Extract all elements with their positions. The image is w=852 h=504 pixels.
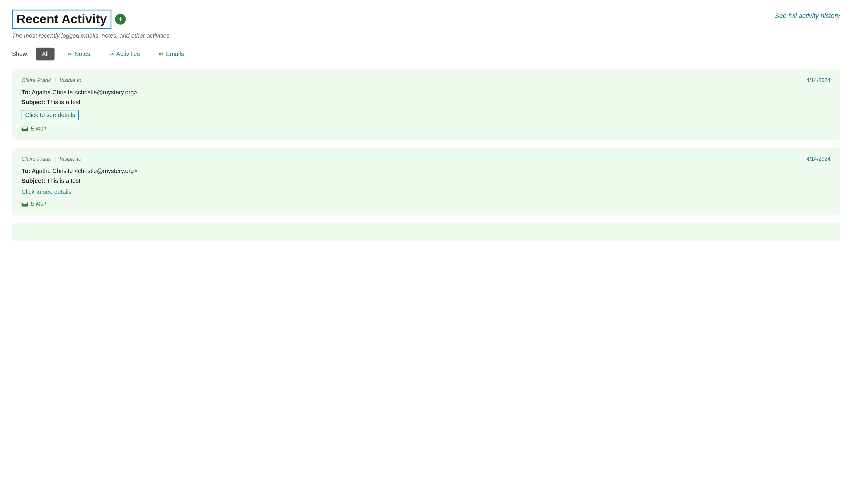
activities-icon: ↪ bbox=[109, 51, 114, 57]
filter-activities-label: Activities bbox=[116, 51, 140, 57]
card-author: Claire Frank bbox=[21, 156, 51, 162]
meta-separator: | bbox=[54, 156, 56, 162]
card-type-label: E-Mail bbox=[31, 126, 46, 132]
add-activity-button[interactable] bbox=[115, 14, 126, 24]
filter-all-label: All bbox=[42, 51, 49, 57]
filter-emails-button[interactable]: ✉ Emails bbox=[153, 48, 190, 60]
card-type-label: E-Mail bbox=[31, 201, 46, 207]
card-subject: Subject: This is a test bbox=[21, 99, 831, 106]
filter-row: Show: All ✏ Notes ↪ Activities ✉ Emails bbox=[12, 48, 840, 60]
partial-activity-card bbox=[12, 223, 840, 241]
click-to-see-details-link[interactable]: Click to see details bbox=[21, 110, 79, 120]
page-header: Recent Activity See full activity histor… bbox=[12, 10, 840, 29]
card-subject: Subject: This is a test bbox=[21, 178, 831, 184]
show-label: Show: bbox=[12, 51, 29, 57]
click-to-see-details-link[interactable]: Click to see details bbox=[21, 188, 72, 195]
card-to: To: Agatha Chrisite <christie@mystery.or… bbox=[21, 89, 831, 96]
emails-icon: ✉ bbox=[159, 51, 163, 57]
filter-activities-button[interactable]: ↪ Activities bbox=[103, 48, 146, 60]
card-author: Claire Frank bbox=[21, 77, 51, 84]
card-visible-to: Visible to bbox=[59, 156, 82, 162]
page-title: Recent Activity bbox=[12, 10, 111, 29]
card-type: E-Mail bbox=[21, 126, 831, 132]
filter-all-button[interactable]: All bbox=[36, 48, 54, 60]
title-area: Recent Activity bbox=[12, 10, 126, 29]
card-visible-to: Visible to bbox=[59, 77, 82, 84]
see-full-history-link[interactable]: See full activity history bbox=[775, 12, 840, 20]
meta-separator: | bbox=[54, 77, 56, 84]
email-type-icon bbox=[21, 127, 28, 131]
email-type-icon bbox=[21, 202, 28, 206]
card-header: Claire Frank | Visible to 4/14/2024 bbox=[21, 77, 831, 84]
filter-notes-button[interactable]: ✏ Notes bbox=[62, 48, 96, 60]
card-to: To: Agatha Chrisite <christie@mystery.or… bbox=[21, 167, 831, 175]
card-type: E-Mail bbox=[21, 201, 831, 207]
subtitle: The most recently logged emails, notes, … bbox=[12, 32, 840, 39]
card-date: 4/14/2024 bbox=[806, 77, 831, 84]
card-header: Claire Frank | Visible to 4/14/2024 bbox=[21, 156, 831, 162]
filter-notes-label: Notes bbox=[74, 51, 90, 57]
notes-icon: ✏ bbox=[68, 51, 72, 57]
filter-emails-label: Emails bbox=[166, 51, 184, 57]
card-date: 4/14/2024 bbox=[806, 156, 831, 162]
activity-card: Claire Frank | Visible to 4/14/2024 To: … bbox=[12, 69, 840, 140]
activity-card: Claire Frank | Visible to 4/14/2024 To: … bbox=[12, 147, 840, 215]
card-meta: Claire Frank | Visible to bbox=[21, 156, 81, 162]
card-meta: Claire Frank | Visible to bbox=[21, 77, 81, 84]
